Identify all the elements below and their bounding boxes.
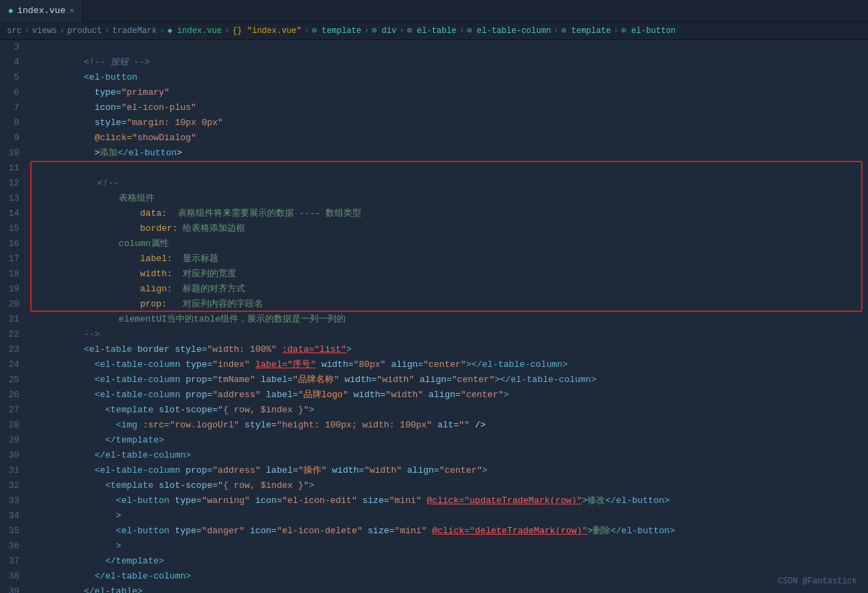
code-line-16: label: 显示标题 xyxy=(33,236,868,251)
bc-el-table: ⊙ el-table xyxy=(407,25,457,36)
code-line-22: <el-table border style="width: 100%" :da… xyxy=(30,327,868,342)
vue-file-icon: ◆ xyxy=(8,5,13,16)
code-line-15: column属性 xyxy=(33,221,868,236)
code-editor: 3 4 5 6 7 8 9 10 11 12 13 14 15 16 17 18… xyxy=(0,40,868,593)
code-line-7: style="margin: 10px 0px" xyxy=(30,100,868,115)
code-line-23: <el-table-column type="index" label="序号"… xyxy=(30,342,868,357)
code-line-25: <el-table-column prop="address" label="品… xyxy=(30,372,868,388)
bc-sep-7: › xyxy=(364,26,369,36)
code-line-37: </el-table-column> xyxy=(30,554,868,569)
line-num-30: 30 xyxy=(0,448,19,463)
line-num-34: 34 xyxy=(0,508,19,524)
code-line-3: <!-- 按钮 --> xyxy=(30,40,868,55)
line-num-35: 35 xyxy=(0,524,19,539)
code-content: <!-- 按钮 --> <el-button type="primary" ic… xyxy=(25,40,868,593)
line-num-36: 36 xyxy=(0,539,19,554)
code-line-28: </template> xyxy=(30,418,868,433)
line-num-18: 18 xyxy=(0,267,19,282)
bc-el-table-column: ⊙ el-table-column xyxy=(467,25,551,36)
bc-sep-6: › xyxy=(304,26,309,36)
code-line-36: </template> xyxy=(30,539,868,554)
code-line-33: > xyxy=(30,493,868,508)
line-num-22: 22 xyxy=(0,327,19,342)
line-num-7: 7 xyxy=(0,100,19,115)
line-num-21: 21 xyxy=(0,312,19,327)
line-num-13: 13 xyxy=(0,191,19,206)
line-num-12: 12 xyxy=(0,176,19,191)
bc-sep-1: › xyxy=(25,26,30,36)
tab-close-button[interactable]: × xyxy=(69,7,74,15)
line-num-26: 26 xyxy=(0,388,19,403)
line-num-33: 33 xyxy=(0,493,19,508)
code-line-19: prop: 对应列内容的字段名 xyxy=(33,282,868,297)
code-line-39 xyxy=(30,584,868,593)
line-numbers: 3 4 5 6 7 8 9 10 11 12 13 14 15 16 17 18… xyxy=(0,40,25,593)
breadcrumb: src › views › product › tradeMark › ◆ in… xyxy=(0,22,868,40)
line-num-23: 23 xyxy=(0,342,19,357)
bc-sep-9: › xyxy=(459,26,464,36)
line-num-3: 3 xyxy=(0,40,19,55)
comment-block: <!-- 表格组件 data: 表格组件将来需要展示的数据 ---- 数组类型 … xyxy=(33,161,868,312)
code-line-14: border: 给表格添加边框 xyxy=(33,206,868,221)
code-line-32: <el-button type="warning" icon="el-icon-… xyxy=(30,478,868,493)
bc-sep-5: › xyxy=(225,26,229,36)
line-num-28: 28 xyxy=(0,418,19,433)
bc-tradeMark: tradeMark xyxy=(113,26,157,36)
bc-sep-3: › xyxy=(104,26,109,36)
bc-template1: ⊙ template xyxy=(312,25,361,36)
code-line-29: </el-table-column> xyxy=(30,433,868,448)
line-num-29: 29 xyxy=(0,433,19,448)
line-num-20: 20 xyxy=(0,297,19,312)
line-num-32: 32 xyxy=(0,478,19,493)
line-num-6: 6 xyxy=(0,85,19,100)
bc-template2: ⊙ template xyxy=(562,25,611,36)
bc-sep-11: › xyxy=(614,26,619,36)
bc-obj: {} "index.vue" xyxy=(232,26,301,36)
bc-sep-10: › xyxy=(553,26,558,36)
code-line-6: icon="el-icon-plus" xyxy=(30,85,868,100)
code-line-20: elementUI当中的table组件，展示的数据是一列一列的 xyxy=(33,297,868,312)
watermark-text: CSDN @Fantastick xyxy=(778,577,857,586)
bc-div: ⊙ div xyxy=(372,25,396,36)
code-line-35: > xyxy=(30,524,868,539)
line-num-10: 10 xyxy=(0,146,19,161)
line-num-31: 31 xyxy=(0,463,19,478)
line-num-38: 38 xyxy=(0,569,19,584)
line-num-17: 17 xyxy=(0,251,19,267)
bc-src: src xyxy=(7,26,22,36)
code-line-21: --> xyxy=(30,312,868,327)
code-line-24: <el-table-column prop="tmName" label="品牌… xyxy=(30,357,868,372)
line-num-8: 8 xyxy=(0,115,19,131)
line-num-16: 16 xyxy=(0,236,19,251)
bc-el-button: ⊙ el-button xyxy=(621,25,676,36)
code-line-38: </el-table> xyxy=(30,569,868,584)
line-num-9: 9 xyxy=(0,131,19,146)
line-num-27: 27 xyxy=(0,403,19,418)
line-num-39: 39 xyxy=(0,584,19,593)
line-num-25: 25 xyxy=(0,372,19,388)
code-line-9: >添加</el-button> xyxy=(30,131,868,146)
tab-bar: ◆ index.vue × xyxy=(0,0,868,22)
bc-indexvue: ◆ index.vue xyxy=(168,25,222,36)
tab-filename: index.vue xyxy=(17,5,65,16)
bc-sep-4: › xyxy=(159,26,164,36)
code-line-4: <el-button xyxy=(30,55,868,70)
file-tab[interactable]: ◆ index.vue × xyxy=(0,0,83,22)
code-line-34: <el-button type="danger" icon="el-icon-d… xyxy=(30,508,868,524)
bc-product: product xyxy=(67,26,102,36)
code-line-5: type="primary" xyxy=(30,70,868,85)
line-num-24: 24 xyxy=(0,357,19,372)
bc-sep-2: › xyxy=(60,26,65,36)
code-line-13: data: 表格组件将来需要展示的数据 ---- 数组类型 xyxy=(33,191,868,206)
bc-views: views xyxy=(32,26,57,36)
line-num-15: 15 xyxy=(0,221,19,236)
code-line-31: <template slot-scope="{ row, $index }"> xyxy=(30,463,868,478)
code-line-10 xyxy=(30,146,868,161)
line-num-19: 19 xyxy=(0,282,19,297)
code-line-18: align: 标题的对齐方式 xyxy=(33,267,868,282)
bc-sep-8: › xyxy=(399,26,404,36)
line-num-14: 14 xyxy=(0,206,19,221)
code-line-11: <!-- xyxy=(33,161,868,176)
code-line-12: 表格组件 xyxy=(33,176,868,191)
code-line-8: @click="showDialog" xyxy=(30,115,868,131)
